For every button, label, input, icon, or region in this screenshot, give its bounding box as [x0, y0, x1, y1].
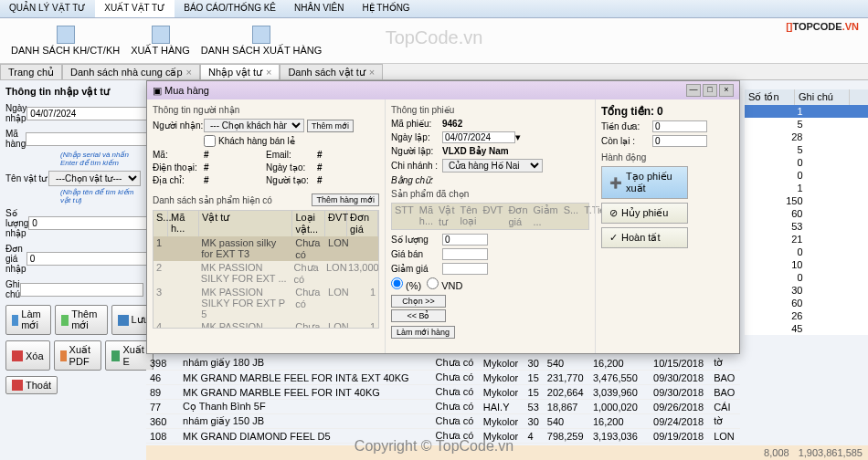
taophieu-button[interactable]: ➕Tạo phiếu xuất — [601, 166, 688, 199]
nguoinhan-select[interactable]: --- Chọn khách hàng --- — [204, 119, 304, 132]
bo-button[interactable]: << Bỏ — [391, 309, 446, 322]
muahang-dialog: ▣ Mua hàng — □ × Thông tin người nhận Ng… — [146, 80, 740, 354]
giaban-input[interactable] — [442, 248, 488, 260]
table-row[interactable]: 5 — [745, 118, 868, 131]
left-title: Thông tin nhập vật tư — [5, 86, 141, 98]
table-row[interactable]: 30 — [745, 284, 868, 297]
minimize-button[interactable]: — — [686, 84, 701, 97]
ngaynhap-input[interactable] — [26, 107, 150, 120]
main-grid[interactable]: 398nhám giấy 180 JBChưa cóMykolor3054016… — [146, 356, 740, 460]
menu-quanly[interactable]: QUẢN LÝ VẬT TƯ — [0, 0, 95, 17]
ngaylap-input[interactable] — [442, 131, 515, 143]
huyphieu-button[interactable]: ⊘Hủy phiếu — [601, 203, 688, 224]
mahang-hint: (Nhập serial và nhấn Enter để tìm kiếm — [60, 151, 141, 167]
chinhanh-select[interactable]: Cửa hàng Hố Nai — [442, 159, 543, 172]
giamgia-input[interactable] — [442, 263, 488, 275]
list-item[interactable]: 1MK passion silky for EXT T3Chưa cóLON — [153, 236, 378, 261]
excel-icon — [111, 350, 120, 361]
tab-danhsachvattu[interactable]: Danh sách vật tư× — [280, 64, 383, 79]
table-row[interactable]: 0 — [745, 271, 868, 284]
dongia-input[interactable] — [26, 252, 150, 266]
table-row[interactable]: 21 — [745, 233, 868, 246]
close-icon[interactable]: × — [266, 67, 271, 78]
list-item[interactable]: 3MK PASSION SILKY FOR EXT P 5Chưa cóLON1 — [153, 286, 378, 320]
pdf-icon — [60, 350, 67, 361]
list-item[interactable]: 2MK PASSION SILKY FOR EXT ...Chưa cóLON1… — [153, 261, 378, 286]
cancel-icon: ⊘ — [609, 207, 618, 219]
tab-nhapvattu[interactable]: Nhập vật tư× — [200, 64, 280, 79]
export-icon — [152, 26, 170, 44]
thoat-button[interactable]: Thoát — [5, 376, 58, 394]
table-row[interactable]: 28 — [745, 131, 868, 143]
conlai-input[interactable] — [652, 135, 707, 147]
ribbon-danhsach-xuat[interactable]: DANH SÁCH XUẤT HÀNG — [196, 24, 327, 58]
menu-baocao[interactable]: BÁO CÁO/THỐNG KÊ — [175, 0, 285, 17]
plus-icon — [61, 315, 69, 326]
table-row[interactable]: 45 — [745, 322, 868, 335]
ribbon-danhsach-kh[interactable]: DANH SÁCH KH/CT/KH — [5, 24, 125, 58]
banle-checkbox[interactable] — [204, 135, 216, 147]
table-row[interactable]: 360nhám giấy 150 JBChưa cóMykolor3054016… — [146, 414, 740, 429]
tenvt-select[interactable]: ---Chọn vật tư--- — [48, 171, 141, 186]
table-row[interactable]: 10 — [745, 258, 868, 271]
hoantat-button[interactable]: ✓Hoàn tất — [601, 227, 688, 248]
pct-radio[interactable] — [391, 277, 403, 289]
check-icon: ✓ — [609, 232, 618, 244]
selected-grid[interactable]: STTMã h... Vật tưTên loại ĐVTĐơn giá Giả… — [391, 203, 589, 230]
table-row[interactable]: 398nhám giấy 180 JBChưa cóMykolor3054016… — [146, 356, 740, 371]
table-row[interactable]: 60 — [745, 297, 868, 309]
mahang-input[interactable] — [26, 132, 149, 146]
menu-hethong[interactable]: HỆ THỐNG — [353, 0, 418, 17]
themhangmoi-button[interactable]: Thêm hàng mới — [312, 193, 379, 206]
tab-trangchu[interactable]: Trang chủ — [0, 64, 62, 79]
product-grid[interactable]: S... Mã h... Vật tư Loại vật... ĐVT Đơn … — [153, 210, 379, 329]
maximize-button[interactable]: □ — [703, 84, 717, 97]
grid-icon — [252, 26, 270, 44]
table-row[interactable]: 1 — [745, 182, 868, 194]
table-row[interactable]: 1 — [745, 105, 868, 118]
app-icon: ▣ — [153, 85, 162, 97]
close-button[interactable]: × — [719, 84, 734, 97]
dialog-titlebar[interactable]: ▣ Mua hàng — □ × — [147, 81, 739, 99]
tenvt-hint: (Nhập tên để tìm kiếm vật tư) — [60, 188, 141, 204]
soluong-modal-input[interactable] — [442, 234, 488, 246]
vnd-radio[interactable] — [427, 277, 439, 289]
table-row[interactable]: 0 — [745, 246, 868, 258]
menu-nhanvien[interactable]: NHÂN VIÊN — [285, 0, 353, 17]
list-item[interactable]: 4MK PASSION SILKY FOR EXT P 5Chưa cóLON1 — [153, 320, 378, 329]
ghichu-input[interactable] — [20, 283, 143, 297]
calendar-icon[interactable]: ▾ — [515, 131, 521, 143]
tiendua-input[interactable] — [652, 120, 707, 132]
maphieu-value: 9462 — [442, 119, 462, 129]
tabs: Trang chủ Danh sách nhà cung cấp× Nhập v… — [0, 64, 868, 80]
close-icon[interactable]: × — [369, 67, 375, 78]
table-row[interactable]: 77Cọ Thanh Bình 5FChưa cóHAI.Y5318,8671,… — [146, 400, 740, 414]
table-row[interactable]: 46MK GRAND MARBLE FEEL FOR INT& EXT 40KG… — [146, 371, 740, 385]
delete-icon — [12, 350, 23, 361]
themmoi-kh-button[interactable]: Thêm mới — [307, 120, 354, 132]
chon-button[interactable]: Chọn >> — [391, 295, 446, 308]
table-row[interactable]: 53 — [745, 220, 868, 233]
lammoi-button[interactable]: Làm mới — [5, 305, 51, 335]
xoa-button[interactable]: Xóa — [5, 340, 50, 371]
table-row[interactable]: 0 — [745, 169, 868, 182]
soluong-input[interactable] — [28, 216, 152, 230]
tab-nhacungcap[interactable]: Danh sách nhà cung cấp× — [62, 64, 200, 79]
themmoi-button[interactable]: Thêm mới — [55, 305, 107, 335]
left-panel: Thông tin nhập vật tư Ngày nhập Mã hàng … — [0, 80, 146, 444]
table-row[interactable]: 150 — [745, 194, 868, 207]
table-row[interactable]: 0 — [745, 156, 868, 169]
table-row[interactable]: 60 — [745, 207, 868, 220]
ribbon-xuathang[interactable]: XUẤT HÀNG — [125, 24, 196, 58]
close-icon[interactable]: × — [186, 67, 192, 78]
table-row[interactable]: 5 — [745, 143, 868, 156]
table-row[interactable]: 89MK GRAND MARBLE FEEL FOR INT 40KGChưa … — [146, 385, 740, 400]
table-row[interactable]: 108MK GRAND DIAMOND FEEL D5Chưa cóMykolo… — [146, 429, 740, 444]
xuatpdf-button[interactable]: Xuất PDF — [54, 340, 102, 371]
grid-footer: 8,008 1,903,861,585 — [146, 445, 868, 460]
table-row[interactable]: 26 — [745, 309, 868, 322]
save-icon — [118, 315, 129, 326]
tongtien-value: 0 — [657, 105, 663, 118]
lammoihang-button[interactable]: Làm mới hàng — [391, 326, 455, 339]
menu-xuat[interactable]: XUẤT VẬT TƯ — [95, 0, 175, 17]
